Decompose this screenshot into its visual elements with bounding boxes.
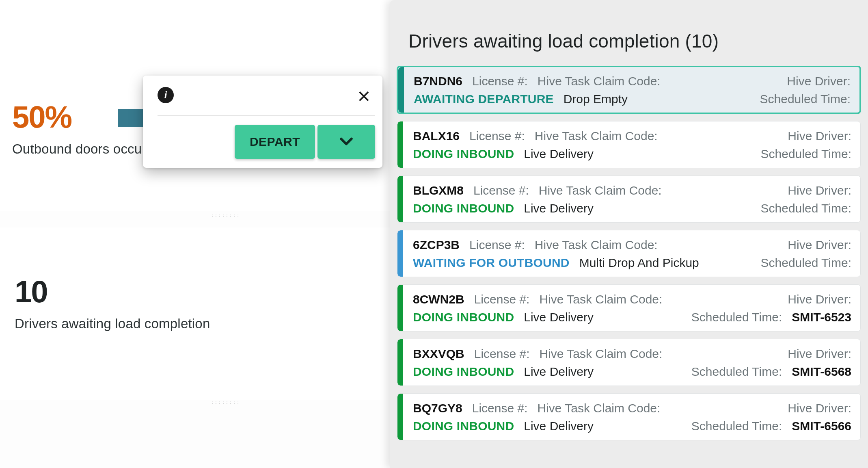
driver-row-top: BQ7GY8License #:Hive Task Claim Code:Hiv… xyxy=(413,401,851,415)
awaiting-count-label: Drivers awaiting load completion xyxy=(15,316,378,332)
driver-task: Live Delivery xyxy=(524,365,594,379)
driver-code: BLGXM8 xyxy=(413,184,464,197)
driver-status: DOING INBOUND xyxy=(413,147,514,161)
driver-code: 8CWN2B xyxy=(413,292,464,306)
scheduled-label: Scheduled Time: xyxy=(760,92,851,106)
info-icon[interactable]: i xyxy=(158,87,174,103)
driver-row-bottom: DOING INBOUNDLive DeliveryScheduled Time… xyxy=(413,202,851,215)
scheduled-value: SMIT-6523 xyxy=(792,310,851,324)
driver-row-top: B7NDN6License #:Hive Task Claim Code:Hiv… xyxy=(414,74,851,88)
driver-card[interactable]: BALX16License #:Hive Task Claim Code:Hiv… xyxy=(397,121,861,168)
driver-card[interactable]: B7NDN6License #:Hive Task Claim Code:Hiv… xyxy=(397,66,861,114)
driver-row-top: BLGXM8License #:Hive Task Claim Code:Hiv… xyxy=(413,184,851,197)
driver-task: Live Delivery xyxy=(524,419,594,433)
driver-status: WAITING FOR OUTBOUND xyxy=(413,256,570,270)
driver-task: Live Delivery xyxy=(524,202,594,215)
drag-handle-icon[interactable]: :::::::: xyxy=(211,400,240,404)
drivers-side-panel: Drivers awaiting load completion (10) B7… xyxy=(390,0,868,468)
driver-row-bottom: AWAITING DEPARTUREDrop EmptyScheduled Ti… xyxy=(414,92,851,106)
popover-header: i × xyxy=(158,87,375,103)
depart-button[interactable]: DEPART xyxy=(235,125,315,159)
driver-code: BALX16 xyxy=(413,129,460,143)
driver-card[interactable]: BLGXM8License #:Hive Task Claim Code:Hiv… xyxy=(397,176,861,223)
driver-task: Multi Drop And Pickup xyxy=(579,256,699,270)
driver-status: AWAITING DEPARTURE xyxy=(414,92,554,106)
driver-card[interactable]: 8CWN2BLicense #:Hive Task Claim Code:Hiv… xyxy=(397,284,861,332)
driver-row-bottom: DOING INBOUNDLive DeliveryScheduled Time… xyxy=(413,419,851,433)
drivers-panel-title: Drivers awaiting load completion (10) xyxy=(408,30,852,52)
hive-driver-label: Hive Driver: xyxy=(788,129,851,143)
driver-status: DOING INBOUND xyxy=(413,310,514,324)
claim-code-label: Hive Task Claim Code: xyxy=(539,347,662,361)
left-pane: 50% Outbound doors occu :::::::: 10 Driv… xyxy=(0,0,390,468)
status-accent xyxy=(397,230,403,277)
driver-card-body: BLGXM8License #:Hive Task Claim Code:Hiv… xyxy=(403,176,860,222)
claim-code-label: Hive Task Claim Code: xyxy=(539,292,662,306)
driver-card[interactable]: 6ZCP3BLicense #:Hive Task Claim Code:Hiv… xyxy=(397,230,861,277)
status-accent xyxy=(397,285,403,331)
scheduled-value: SMIT-6568 xyxy=(792,365,851,379)
license-label: License #: xyxy=(473,184,529,197)
driver-action-popover: i × DEPART xyxy=(143,76,382,168)
driver-card[interactable]: BQ7GY8License #:Hive Task Claim Code:Hiv… xyxy=(397,393,861,440)
driver-task: Live Delivery xyxy=(524,310,594,324)
hive-driver-label: Hive Driver: xyxy=(788,238,851,252)
driver-card-body: BQ7GY8License #:Hive Task Claim Code:Hiv… xyxy=(403,394,860,440)
driver-card-body: BALX16License #:Hive Task Claim Code:Hiv… xyxy=(403,121,860,168)
driver-code: BXXVQB xyxy=(413,347,464,361)
drivers-panel-header: Drivers awaiting load completion (10) xyxy=(390,0,868,66)
hive-driver-label: Hive Driver: xyxy=(788,184,851,197)
driver-task: Drop Empty xyxy=(564,92,628,106)
more-actions-button[interactable] xyxy=(317,125,375,159)
hive-driver-label: Hive Driver: xyxy=(788,401,851,415)
drag-handle-icon[interactable]: :::::::: xyxy=(211,213,240,217)
driver-code: BQ7GY8 xyxy=(413,401,462,415)
driver-status: DOING INBOUND xyxy=(413,202,514,215)
status-accent xyxy=(397,394,403,440)
awaiting-count-value: 10 xyxy=(15,276,378,307)
driver-list: B7NDN6License #:Hive Task Claim Code:Hiv… xyxy=(390,66,868,468)
hive-driver-label: Hive Driver: xyxy=(787,74,851,88)
driver-row-top: 6ZCP3BLicense #:Hive Task Claim Code:Hiv… xyxy=(413,238,851,252)
status-accent xyxy=(397,121,403,168)
driver-row-bottom: DOING INBOUNDLive DeliveryScheduled Time… xyxy=(413,147,851,161)
driver-row-top: 8CWN2BLicense #:Hive Task Claim Code:Hiv… xyxy=(413,292,851,306)
driver-card-body: 6ZCP3BLicense #:Hive Task Claim Code:Hiv… xyxy=(403,230,860,277)
license-label: License #: xyxy=(472,74,528,88)
license-label: License #: xyxy=(469,238,525,252)
chevron-down-icon xyxy=(337,133,355,151)
driver-code: B7NDN6 xyxy=(414,74,462,88)
popover-actions: DEPART xyxy=(158,125,375,159)
scheduled-label: Scheduled Time: xyxy=(691,419,782,433)
license-label: License #: xyxy=(474,347,530,361)
claim-code-label: Hive Task Claim Code: xyxy=(538,74,661,88)
license-label: License #: xyxy=(472,401,528,415)
awaiting-stat-card: 10 Drivers awaiting load completion xyxy=(0,228,390,400)
driver-code: 6ZCP3B xyxy=(413,238,460,252)
license-label: License #: xyxy=(474,292,530,306)
claim-code-label: Hive Task Claim Code: xyxy=(539,184,662,197)
driver-row-bottom: WAITING FOR OUTBOUNDMulti Drop And Picku… xyxy=(413,256,851,270)
driver-card[interactable]: BXXVQBLicense #:Hive Task Claim Code:Hiv… xyxy=(397,339,861,386)
scheduled-label: Scheduled Time: xyxy=(761,202,851,215)
scheduled-label: Scheduled Time: xyxy=(761,147,851,161)
close-icon[interactable]: × xyxy=(357,89,370,102)
scheduled-label: Scheduled Time: xyxy=(691,310,782,324)
claim-code-label: Hive Task Claim Code: xyxy=(537,401,660,415)
driver-task: Live Delivery xyxy=(524,147,594,161)
driver-status: DOING INBOUND xyxy=(413,419,514,433)
popover-divider xyxy=(158,115,375,116)
driver-row-bottom: DOING INBOUNDLive DeliveryScheduled Time… xyxy=(413,310,851,324)
scheduled-label: Scheduled Time: xyxy=(761,256,851,270)
driver-card-body: 8CWN2BLicense #:Hive Task Claim Code:Hiv… xyxy=(403,285,860,331)
hive-driver-label: Hive Driver: xyxy=(788,347,851,361)
driver-row-top: BXXVQBLicense #:Hive Task Claim Code:Hiv… xyxy=(413,347,851,361)
driver-card-body: B7NDN6License #:Hive Task Claim Code:Hiv… xyxy=(404,67,859,113)
status-accent xyxy=(397,176,403,222)
claim-code-label: Hive Task Claim Code: xyxy=(535,129,658,143)
driver-card-body: BXXVQBLicense #:Hive Task Claim Code:Hiv… xyxy=(403,339,860,386)
driver-row-bottom: DOING INBOUNDLive DeliveryScheduled Time… xyxy=(413,365,851,379)
status-accent xyxy=(397,339,403,386)
driver-row-top: BALX16License #:Hive Task Claim Code:Hiv… xyxy=(413,129,851,143)
claim-code-label: Hive Task Claim Code: xyxy=(535,238,658,252)
